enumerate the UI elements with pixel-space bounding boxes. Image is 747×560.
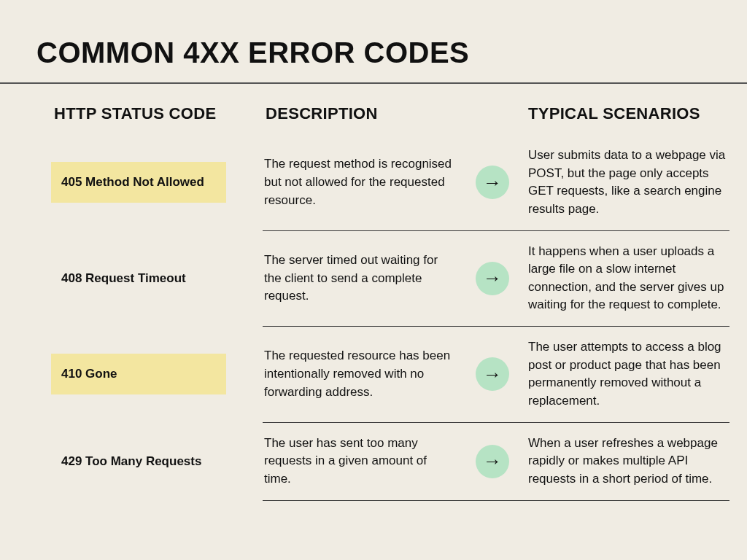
arrow-right-icon: → [476,445,509,478]
page-title: COMMON 4XX ERROR CODES [36,36,711,69]
description-cell: The server timed out waiting for the cli… [263,233,460,325]
status-code-cell: 405 Method Not Allowed [51,136,255,229]
arrow-right-icon: → [476,166,509,199]
scenario-cell: It happens when a user uploads a large f… [525,233,729,325]
row-divider [263,230,729,231]
status-code-label: 410 Gone [51,354,226,394]
arrow-cell: → [467,233,518,325]
scenario-cell: The user attempts to access a blog post … [525,328,729,421]
status-code-cell: 429 Too Many Requests [51,424,255,499]
row-divider [263,422,729,423]
row-divider [263,326,729,327]
arrow-right-icon: → [476,357,509,391]
arrow-cell: → [467,424,518,499]
status-code-label: 408 Request Timeout [51,258,226,299]
description-cell: The user has sent too many requests in a… [263,424,460,499]
arrow-right-icon: → [476,262,509,295]
arrow-cell: → [467,136,518,229]
row-divider [263,500,729,501]
column-header-arrow [467,101,518,136]
arrow-cell: → [467,328,518,421]
status-code-label: 429 Too Many Requests [51,441,226,482]
status-code-cell: 408 Request Timeout [51,233,255,325]
title-divider [0,82,747,84]
column-header-scenarios: TYPICAL SCENARIOS [525,101,729,136]
error-codes-table: HTTP STATUS CODE DESCRIPTION TYPICAL SCE… [36,101,711,502]
scenario-cell: When a user refreshes a webpage rapidly … [525,424,729,499]
status-code-cell: 410 Gone [51,328,255,421]
scenario-cell: User submits data to a webpage via POST,… [525,136,729,229]
status-code-label: 405 Method Not Allowed [51,162,226,203]
column-header-code: HTTP STATUS CODE [51,101,255,136]
description-cell: The requested resource has been intentio… [263,328,460,421]
column-header-description: DESCRIPTION [263,101,460,136]
description-cell: The request method is recognised but not… [263,136,460,229]
